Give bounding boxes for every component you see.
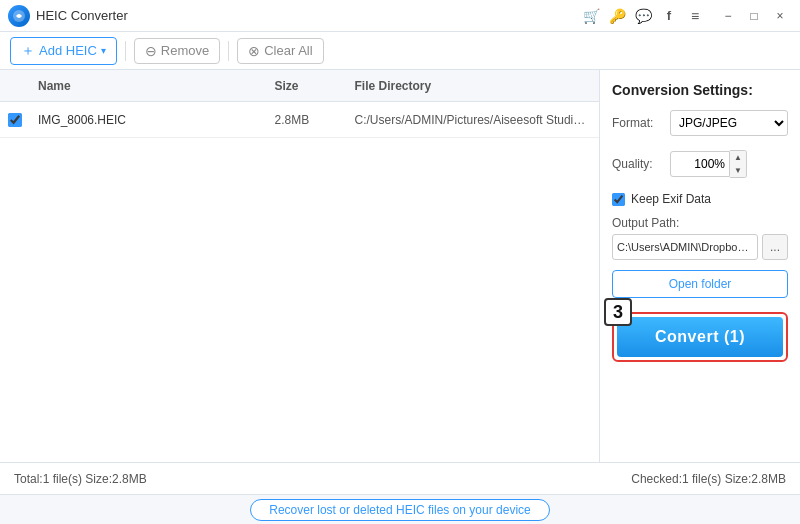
table-row: IMG_8006.HEIC 2.8MB C:/Users/ADMIN/Pictu… [0,102,599,138]
file-name: IMG_8006.HEIC [38,113,275,127]
remove-button[interactable]: ⊖ Remove [134,38,220,64]
title-bar-icons: 🛒 🔑 💬 f ≡ [582,7,704,25]
keep-exif-row: Keep Exif Data [612,192,788,206]
format-select[interactable]: JPG/JPEG PNG BMP GIF [670,110,788,136]
keep-exif-checkbox[interactable] [612,193,625,206]
facebook-icon[interactable]: f [660,7,678,25]
window-controls: − □ × [716,4,792,28]
format-row: Format: JPG/JPEG PNG BMP GIF [612,110,788,136]
output-path-label: Output Path: [612,216,788,230]
cart-icon[interactable]: 🛒 [582,7,600,25]
clear-label: Clear All [264,43,312,58]
header-name: Name [38,79,275,93]
output-path-row: ... [612,234,788,260]
quality-row: Quality: ▲ ▼ [612,150,788,178]
recover-button[interactable]: Recover lost or deleted HEIC files on yo… [250,499,549,521]
open-folder-button[interactable]: Open folder [612,270,788,298]
convert-step-badge: 3 [604,298,632,326]
file-size: 2.8MB [275,113,355,127]
quality-control: ▲ ▼ [670,150,788,178]
add-heic-label: Add HEIC [39,43,97,58]
file-directory: C:/Users/ADMIN/Pictures/Aiseesoft Studio… [355,113,592,127]
chat-icon[interactable]: 💬 [634,7,652,25]
quality-label: Quality: [612,157,662,171]
keep-exif-label[interactable]: Keep Exif Data [631,192,711,206]
app-logo [8,5,30,27]
remove-icon: ⊖ [145,43,157,59]
convert-button-wrapper: Convert (1) [612,312,788,362]
header-directory: File Directory [355,79,592,93]
status-bar: Total:1 file(s) Size:2.8MB Checked:1 fil… [0,462,800,494]
toolbar: ＋ Add HEIC ▾ ⊖ Remove ⊗ Clear All [0,32,800,70]
status-checked: Checked:1 file(s) Size:2.8MB [631,472,786,486]
add-heic-button[interactable]: ＋ Add HEIC ▾ [10,37,117,65]
output-path-input[interactable] [612,234,758,260]
add-icon: ＋ [21,42,35,60]
conversion-settings-panel: Conversion Settings: Format: JPG/JPEG PN… [600,70,800,462]
recover-bar: Recover lost or deleted HEIC files on yo… [0,494,800,524]
key-icon[interactable]: 🔑 [608,7,626,25]
app-title: HEIC Converter [36,8,582,23]
maximize-button[interactable]: □ [742,4,766,28]
title-bar: HEIC Converter 🛒 🔑 💬 f ≡ − □ × [0,0,800,32]
quality-up-button[interactable]: ▲ [730,151,746,164]
output-path-section: Output Path: ... [612,216,788,260]
clear-icon: ⊗ [248,43,260,59]
row-checkbox[interactable] [8,113,22,127]
main-area: Name Size File Directory IMG_8006.HEIC 2… [0,70,800,462]
quality-down-button[interactable]: ▼ [730,164,746,177]
status-total: Total:1 file(s) Size:2.8MB [14,472,631,486]
remove-label: Remove [161,43,209,58]
toolbar-separator-2 [228,41,229,61]
menu-icon[interactable]: ≡ [686,7,704,25]
quality-spinner: ▲ ▼ [730,150,747,178]
format-label: Format: [612,116,662,130]
minimize-button[interactable]: − [716,4,740,28]
file-list-area: Name Size File Directory IMG_8006.HEIC 2… [0,70,600,462]
browse-button[interactable]: ... [762,234,788,260]
header-size: Size [275,79,355,93]
add-dropdown-icon: ▾ [101,45,106,56]
toolbar-separator-1 [125,41,126,61]
clear-all-button[interactable]: ⊗ Clear All [237,38,323,64]
convert-button[interactable]: Convert (1) [617,317,783,357]
file-table-header: Name Size File Directory [0,70,599,102]
close-button[interactable]: × [768,4,792,28]
convert-section: 3 Convert (1) [612,312,788,362]
quality-input[interactable] [670,151,730,177]
settings-title: Conversion Settings: [612,82,788,98]
